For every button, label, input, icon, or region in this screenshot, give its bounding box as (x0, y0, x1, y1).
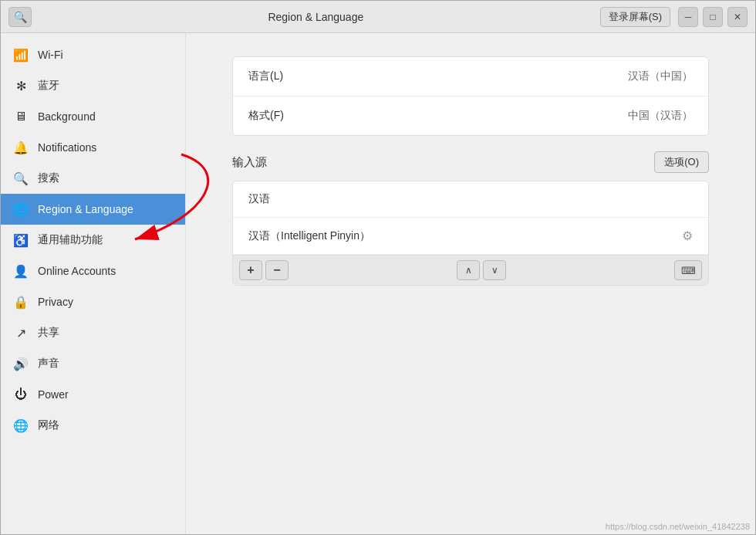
main-content: 语言(L) 汉语（中国） 格式(F) 中国（汉语） 输入源 选项(O) 汉语 (186, 33, 755, 534)
sidebar-label-online-accounts: Online Accounts (38, 265, 116, 277)
sidebar-label-search: 搜索 (38, 171, 59, 185)
bluetooth-icon: ✻ (13, 78, 29, 93)
power-icon: ⏻ (13, 387, 29, 402)
language-row[interactable]: 语言(L) 汉语（中国） (233, 57, 708, 97)
sidebar-label-power: Power (38, 388, 69, 401)
sidebar-item-sound[interactable]: 🔊 声音 (1, 348, 185, 379)
sidebar-label-network: 网络 (38, 418, 59, 432)
sidebar-label-sound: 声音 (38, 357, 59, 371)
window-title: Region & Language (32, 11, 600, 23)
remove-source-button[interactable]: − (265, 260, 289, 280)
input-source-name-1: 汉语 (248, 192, 270, 206)
user-circle-icon: 👤 (13, 263, 29, 279)
wifi-icon: 📶 (13, 47, 29, 63)
sidebar-label-region: Region & Language (38, 203, 133, 215)
input-sources-header: 输入源 选项(O) (232, 151, 709, 173)
search-icon: 🔍 (14, 11, 27, 23)
lock-icon: 🔒 (13, 294, 29, 310)
move-up-button[interactable]: ∧ (457, 260, 480, 280)
sidebar-label-accessibility: 通用辅助功能 (38, 233, 103, 247)
input-sources-card: 汉语 汉语（Intelligent Pinyin） ⚙ + − ∧ ∨ ⌨ (232, 181, 709, 286)
input-sources-toolbar: + − ∧ ∨ ⌨ (233, 255, 708, 285)
sidebar-item-region[interactable]: 🌐 Region & Language (1, 194, 185, 225)
sidebar-label-bluetooth: 蓝牙 (38, 79, 59, 93)
settings-window: 🔍 Region & Language 登录屏幕(S) ─ □ ✕ 📶 Wi-F… (0, 0, 756, 535)
network-icon: 🌐 (13, 418, 29, 433)
sidebar-item-accessibility[interactable]: ♿ 通用辅助功能 (1, 225, 185, 256)
sidebar: 📶 Wi-Fi ✻ 蓝牙 🖥 Background 🔔 Notification… (1, 33, 186, 534)
content-area: 📶 Wi-Fi ✻ 蓝牙 🖥 Background 🔔 Notification… (1, 33, 755, 534)
sidebar-item-notifications[interactable]: 🔔 Notifications (1, 132, 185, 163)
input-source-row-1[interactable]: 汉语 (233, 181, 708, 218)
options-button[interactable]: 选项(O) (654, 151, 709, 173)
language-label: 语言(L) (248, 69, 283, 83)
watermark: https://blog.csdn.net/weixin_41842238 (606, 522, 750, 531)
sidebar-item-wifi[interactable]: 📶 Wi-Fi (1, 39, 185, 70)
minimize-button[interactable]: ─ (678, 7, 698, 27)
format-row[interactable]: 格式(F) 中国（汉语） (233, 97, 708, 135)
add-source-button[interactable]: + (239, 260, 262, 280)
close-button[interactable]: ✕ (727, 7, 748, 27)
restore-button[interactable]: □ (703, 7, 723, 27)
window-controls: ─ □ ✕ (678, 7, 748, 27)
move-down-button[interactable]: ∨ (483, 260, 506, 280)
close-icon: ✕ (734, 12, 741, 22)
input-source-name-2: 汉语（Intelligent Pinyin） (248, 229, 370, 243)
speaker-icon: 🔊 (13, 356, 29, 371)
login-screen-button[interactable]: 登录屏幕(S) (600, 7, 670, 27)
input-sources-title: 输入源 (232, 155, 267, 170)
language-value: 汉语（中国） (628, 69, 693, 83)
minimize-icon: ─ (685, 12, 692, 22)
sidebar-item-search[interactable]: 🔍 搜索 (1, 163, 185, 194)
sidebar-item-power[interactable]: ⏻ Power (1, 379, 185, 410)
accessibility-icon: ♿ (13, 232, 29, 248)
bell-icon: 🔔 (13, 140, 29, 155)
sidebar-item-network[interactable]: 🌐 网络 (1, 410, 185, 441)
search-nav-icon: 🔍 (13, 171, 29, 186)
sidebar-label-notifications: Notifications (38, 141, 96, 154)
share-icon: ↗ (13, 325, 29, 340)
sidebar-item-share[interactable]: ↗ 共享 (1, 317, 185, 348)
titlebar: 🔍 Region & Language 登录屏幕(S) ─ □ ✕ (1, 1, 755, 33)
sidebar-label-share: 共享 (38, 326, 59, 340)
sidebar-item-online-accounts[interactable]: 👤 Online Accounts (1, 256, 185, 286)
keyboard-button[interactable]: ⌨ (674, 260, 702, 280)
sidebar-item-bluetooth[interactable]: ✻ 蓝牙 (1, 70, 185, 101)
language-format-card: 语言(L) 汉语（中国） 格式(F) 中国（汉语） (232, 56, 709, 136)
sidebar-label-privacy: Privacy (38, 296, 73, 308)
sidebar-label-wifi: Wi-Fi (38, 49, 63, 61)
search-button[interactable]: 🔍 (8, 7, 32, 27)
input-source-row-2[interactable]: 汉语（Intelligent Pinyin） ⚙ (233, 218, 708, 255)
globe-icon: 🌐 (13, 201, 29, 217)
sidebar-label-background: Background (38, 110, 96, 123)
gear-icon[interactable]: ⚙ (682, 229, 693, 243)
format-label: 格式(F) (248, 109, 284, 123)
restore-icon: □ (710, 12, 715, 22)
monitor-icon: 🖥 (13, 109, 29, 124)
sidebar-item-privacy[interactable]: 🔒 Privacy (1, 286, 185, 317)
sidebar-item-background[interactable]: 🖥 Background (1, 101, 185, 132)
format-value: 中国（汉语） (628, 109, 693, 123)
